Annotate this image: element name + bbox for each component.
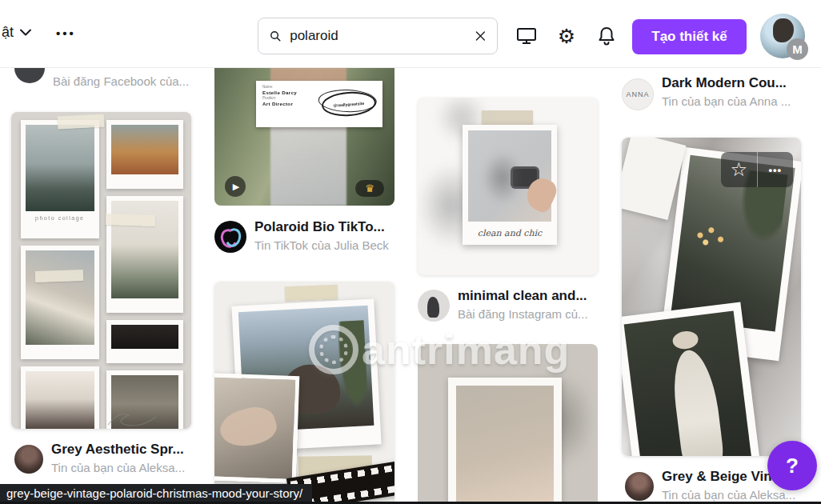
- video-play-icon: ▶: [225, 176, 246, 197]
- template-card-clean-and-chic[interactable]: clean and chic: [418, 98, 598, 275]
- template-card-polaroid-bio-tiktok[interactable]: Name: Estelle Darcy Position: Art Direct…: [214, 44, 394, 206]
- minimal-clean-subtitle: Bài đăng Instagram củ...: [458, 307, 588, 321]
- polaroid-camera: clean and chic: [463, 125, 557, 245]
- grey-aesthetic-title[interactable]: Grey Aesthetic Spr...: [51, 442, 185, 458]
- notifications-button[interactable]: [595, 25, 618, 47]
- grey-aesthetic-avatar[interactable]: [14, 445, 43, 474]
- polaroid-frame: [448, 378, 562, 504]
- polaroid-dark: [106, 320, 184, 363]
- collage-caption: photo collage: [35, 215, 85, 222]
- photo-hands: [214, 373, 299, 483]
- workspace-label: ật: [2, 24, 14, 41]
- tape-decor: [35, 270, 83, 282]
- settings-button[interactable]: ⚙: [555, 25, 578, 47]
- ellipsis-icon: •••: [768, 164, 782, 176]
- grey-beige-subtitle: Tin của bạn của Aleksa...: [662, 488, 795, 502]
- search-bar[interactable]: [258, 18, 498, 54]
- results-feed: Bài đăng Facebook của... photo collage: [0, 0, 821, 504]
- dark-modern-title[interactable]: Dark Modern Cou...: [662, 75, 791, 91]
- bio-info-card: Name: Estelle Darcy Position: Art Direct…: [256, 81, 382, 127]
- grey-aesthetic-subtitle: Tin của bạn của Aleksa...: [51, 461, 185, 474]
- grey-beige-avatar[interactable]: [625, 472, 654, 501]
- facebook-item-subtitle: Bài đăng Facebook của...: [53, 74, 189, 88]
- tape-decor: [106, 214, 155, 226]
- dark-modern-subtitle: Tin của bạn của Anna ...: [662, 94, 791, 108]
- chevron-down-icon: [20, 29, 31, 36]
- template-card-beige-polaroid[interactable]: [418, 344, 598, 504]
- position-label: Position:: [262, 96, 291, 98]
- canva-search-results-page: Bài đăng Facebook của... photo collage: [0, 0, 821, 504]
- browser-link-status-bar: grey-beige-vintage-polaroid-christmas-mo…: [0, 484, 312, 502]
- polaroid-street: [106, 370, 184, 429]
- help-button[interactable]: ?: [767, 441, 817, 490]
- template-card-couple-polaroid[interactable]: [214, 282, 394, 504]
- name-value: Estelle Darcy: [262, 90, 302, 94]
- search-input[interactable]: [290, 28, 467, 44]
- polaroid-bio-subtitle: Tin TikTok của Julia Beck: [254, 238, 389, 252]
- template-card-grey-aesthetic-collage[interactable]: photo collage: [11, 112, 191, 429]
- display-mode-button[interactable]: [515, 25, 538, 47]
- signature-script: [103, 401, 177, 429]
- minimal-clean-title[interactable]: minimal clean and...: [458, 288, 588, 304]
- polaroid-prague: photo collage: [21, 120, 99, 238]
- tape-decor: [285, 285, 338, 301]
- handle-text: @reallygreatsite: [333, 101, 364, 107]
- create-design-button[interactable]: Tạo thiết kế: [632, 19, 747, 54]
- polaroid-rooftops: [106, 120, 184, 189]
- workspace-dropdown[interactable]: ật: [2, 24, 31, 41]
- search-icon: [270, 28, 281, 44]
- star-icon: ☆: [730, 160, 747, 179]
- position-value: Art Director: [262, 101, 302, 105]
- dark-modern-avatar[interactable]: ANNA: [622, 78, 654, 110]
- name-label: Name:: [262, 85, 291, 87]
- leaf-shadow-decor: [475, 142, 531, 214]
- bell-icon: [597, 26, 616, 46]
- polaroid-girl: [21, 366, 99, 429]
- tape-decor: [58, 114, 105, 129]
- card-more-button[interactable]: •••: [758, 152, 794, 187]
- gear-icon: ⚙: [558, 26, 575, 46]
- card-hover-actions: ☆ •••: [721, 152, 793, 187]
- more-menu-button[interactable]: •••: [56, 26, 76, 40]
- top-navigation-bar: ật ••• ⚙ Tạo thiết kế M: [0, 0, 821, 68]
- minimal-clean-avatar[interactable]: [418, 290, 450, 322]
- clean-chic-caption: clean and chic: [468, 228, 551, 238]
- favorite-star-button[interactable]: ☆: [721, 152, 757, 187]
- team-badge: M: [787, 38, 808, 60]
- user-avatar[interactable]: M: [760, 14, 805, 58]
- monitor-icon: [516, 26, 537, 46]
- polaroid-rose: [21, 246, 99, 359]
- pro-crown-badge: ♛: [355, 180, 384, 197]
- clear-search-icon[interactable]: [475, 29, 486, 43]
- polaroid-bio-avatar[interactable]: [214, 221, 246, 253]
- polaroid-bio-title[interactable]: Polaroid Bio TikTo...: [254, 219, 389, 235]
- handle-oval: @reallygreatsite: [321, 90, 377, 118]
- template-card-christmas-mood[interactable]: CHRISTMAS MOOD ☆ •••: [622, 138, 801, 456]
